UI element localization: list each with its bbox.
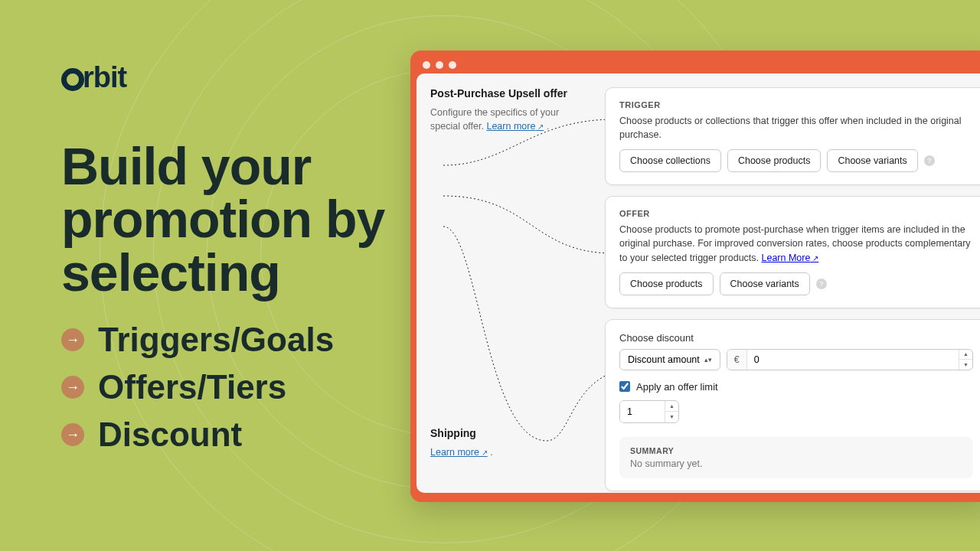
offer-label: OFFER	[619, 209, 973, 218]
logo-mark-icon	[61, 68, 84, 91]
discount-type-select[interactable]: Discount amount ▴▾	[619, 349, 720, 370]
apply-limit-checkbox[interactable]: Apply an offer limit	[619, 381, 973, 393]
trigger-card: TRIGGER Choose products or collections t…	[605, 87, 980, 185]
brand-text: rbit	[83, 61, 126, 94]
app-window: Post-Purchase Upsell offer Configure the…	[410, 51, 980, 502]
arrow-icon: →	[61, 423, 84, 446]
offer-desc: Choose products to promote post-purchase…	[619, 223, 973, 264]
offer-limit-field[interactable]	[620, 401, 665, 422]
apply-limit-box[interactable]	[619, 381, 630, 392]
discount-amount-field[interactable]	[747, 350, 959, 370]
offer-learn-link[interactable]: Learn More	[762, 253, 819, 263]
traffic-min-icon[interactable]	[436, 61, 443, 69]
cards-column: TRIGGER Choose products or collections t…	[605, 87, 980, 493]
app-pane: Post-Purchase Upsell offer Configure the…	[416, 73, 980, 493]
chevron-updown-icon: ▴▾	[704, 356, 712, 364]
sidebar-shipping: Shipping Learn more .	[430, 427, 583, 459]
arrow-icon: →	[61, 328, 84, 351]
offer-desc: Configure the specifics of your special …	[430, 106, 583, 133]
learn-more-link[interactable]: Learn more	[486, 121, 544, 132]
offer-card: OFFER Choose products to promote post-pu…	[605, 196, 980, 308]
summary-label: SUMMARY	[630, 446, 962, 455]
sidebar: Post-Purchase Upsell offer Configure the…	[430, 87, 583, 493]
bullet-offers: →Offers/Tiers	[61, 368, 421, 406]
stepper-icon[interactable]: ▲▼	[665, 401, 678, 422]
arrow-icon: →	[61, 376, 84, 399]
choose-discount-label: Choose discount	[619, 332, 973, 344]
offer-title: Post-Purchase Upsell offer	[430, 87, 583, 99]
offer-choose-variants-button[interactable]: Choose variants	[720, 272, 810, 295]
bullet-list: →Triggers/Goals →Offers/Tiers →Discount	[61, 321, 421, 454]
help-icon[interactable]: ?	[924, 155, 935, 166]
summary-value: No summary yet.	[630, 458, 962, 469]
choose-products-button[interactable]: Choose products	[727, 149, 822, 172]
trigger-label: TRIGGER	[619, 100, 973, 109]
shipping-learn-link[interactable]: Learn more	[430, 447, 488, 458]
help-icon[interactable]: ?	[816, 279, 827, 289]
choose-variants-button[interactable]: Choose variants	[827, 149, 917, 172]
offer-limit-input[interactable]: ▲▼	[619, 400, 679, 423]
summary-block: SUMMARY No summary yet.	[619, 437, 973, 478]
traffic-close-icon[interactable]	[423, 61, 430, 69]
window-titlebar	[416, 57, 980, 73]
headline: Build your promotion by selecting	[61, 140, 421, 299]
offer-choose-products-button[interactable]: Choose products	[619, 272, 714, 295]
discount-card: Choose discount Discount amount ▴▾ € ▲▼	[605, 319, 980, 491]
discount-amount-input[interactable]: € ▲▼	[727, 349, 973, 370]
currency-prefix: €	[727, 350, 747, 370]
bullet-discount: →Discount	[61, 416, 421, 454]
traffic-max-icon[interactable]	[449, 61, 456, 69]
trigger-desc: Choose products or collections that trig…	[619, 114, 973, 142]
marketing-column: rbit Build your promotion by selecting →…	[61, 61, 421, 463]
brand-logo: rbit	[61, 61, 421, 94]
bullet-triggers: →Triggers/Goals	[61, 321, 421, 359]
stepper-icon[interactable]: ▲▼	[959, 350, 972, 370]
shipping-heading: Shipping	[430, 427, 583, 439]
choose-collections-button[interactable]: Choose collections	[619, 149, 721, 172]
